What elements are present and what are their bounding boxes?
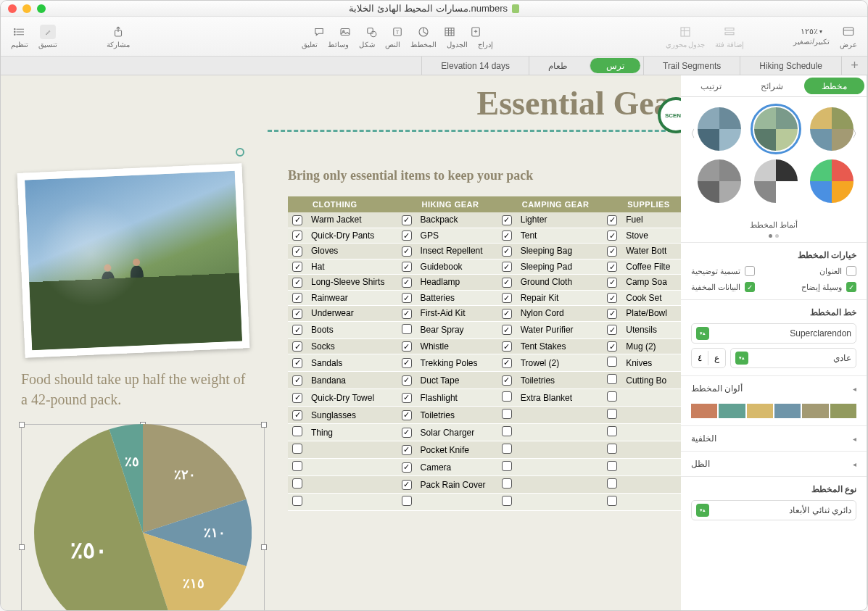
gear-checkbox[interactable] <box>502 293 512 303</box>
sheet-tab-3[interactable]: طعام <box>529 57 587 75</box>
gear-checkbox[interactable] <box>292 375 302 386</box>
gear-cell[interactable] <box>621 459 681 476</box>
gear-cell[interactable]: Tent Stakes <box>516 338 603 354</box>
gear-checkbox[interactable] <box>502 478 512 489</box>
canvas[interactable]: SCENIC Essential Gear Food should take u… <box>1 75 681 610</box>
gear-cell[interactable]: Water Purifier <box>516 321 603 338</box>
gear-checkbox[interactable] <box>502 444 512 454</box>
gear-cell[interactable]: Trekking Poles <box>416 354 497 372</box>
gear-checkbox[interactable] <box>402 341 412 352</box>
gear-cell[interactable]: Guidebook <box>416 259 497 275</box>
gear-cell[interactable] <box>307 441 397 459</box>
gear-checkbox[interactable] <box>607 278 617 288</box>
gear-cell[interactable]: Stove <box>621 228 681 244</box>
gear-cell[interactable] <box>621 424 681 441</box>
gear-checkbox[interactable] <box>502 375 512 386</box>
gear-cell[interactable]: Hat <box>307 259 397 275</box>
gear-checkbox[interactable] <box>402 230 412 241</box>
chart-style-5[interactable] <box>698 159 741 203</box>
gear-checkbox[interactable] <box>402 262 412 272</box>
chart-colors-disclosure[interactable]: ألوان المخطط <box>681 375 867 401</box>
gear-cell[interactable]: Fuel <box>621 212 681 228</box>
gear-cell[interactable]: Repair Kit <box>516 290 603 306</box>
table-button[interactable] <box>442 25 458 39</box>
chart-style-4[interactable] <box>754 159 798 203</box>
gear-checkbox[interactable] <box>502 246 512 257</box>
gear-checkbox[interactable] <box>607 262 617 272</box>
gear-cell[interactable]: Gloves <box>307 244 397 259</box>
gear-cell[interactable]: Whistle <box>416 338 497 354</box>
gear-cell[interactable]: Sunglasses <box>307 407 397 424</box>
background-disclosure[interactable]: الخلفية <box>681 425 867 451</box>
chart-type-select[interactable]: دائري ثنائي الأبعاد▴▾ <box>691 500 856 520</box>
gear-cell[interactable]: Trowel (2) <box>516 354 603 372</box>
gear-table[interactable]: Bring only essential items to keep your … <box>288 168 681 511</box>
palette-chip[interactable] <box>719 404 745 418</box>
gear-checkbox[interactable] <box>292 246 302 257</box>
gear-cell[interactable] <box>516 494 603 511</box>
gear-cell[interactable]: Cutting Bo <box>621 372 681 389</box>
gear-cell[interactable] <box>621 407 681 424</box>
gear-cell[interactable]: Quick-Dry Pants <box>307 228 397 244</box>
gear-checkbox[interactable] <box>292 478 302 489</box>
gear-cell[interactable]: Toiletries <box>416 407 497 424</box>
gear-checkbox[interactable] <box>292 278 302 288</box>
gear-cell[interactable] <box>516 476 603 494</box>
hidden-data-checkbox[interactable] <box>745 282 755 292</box>
title-checkbox[interactable] <box>846 266 856 276</box>
palette-chip[interactable] <box>774 404 801 418</box>
gear-checkbox[interactable] <box>402 410 412 420</box>
gear-checkbox[interactable] <box>292 262 302 272</box>
inspector-tab-chart[interactable]: مخطط <box>804 78 864 94</box>
gear-cell[interactable]: Insect Repellent <box>416 244 497 259</box>
gear-checkbox[interactable] <box>502 426 512 436</box>
gear-cell[interactable]: Long-Sleeve Shirts <box>307 275 397 291</box>
gear-checkbox[interactable] <box>402 358 412 368</box>
gear-checkbox[interactable] <box>402 445 412 455</box>
styles-prev[interactable]: 〈 <box>852 128 862 141</box>
gear-checkbox[interactable] <box>292 410 302 420</box>
chart-style-0[interactable] <box>810 107 853 151</box>
gear-cell[interactable]: Flashlight <box>416 389 497 407</box>
sheet-tab-1[interactable]: Trail Segments <box>643 57 740 75</box>
gear-checkbox[interactable] <box>292 426 302 436</box>
font-size-stepper[interactable]: ع٤ <box>691 348 726 368</box>
palette-chip[interactable] <box>802 404 828 418</box>
font-style-select[interactable]: عادي▴▾ <box>730 348 856 368</box>
gear-checkbox[interactable] <box>502 215 512 225</box>
gear-cell[interactable] <box>621 441 681 459</box>
gear-checkbox[interactable] <box>402 246 412 257</box>
text-button[interactable]: T <box>389 25 405 39</box>
sheet-tab-2[interactable]: ترس <box>590 58 640 73</box>
add-category-button[interactable]: إضافة فئة <box>715 25 744 49</box>
minimize-window[interactable] <box>22 4 31 13</box>
gear-cell[interactable]: Pack Rain Cover <box>416 476 497 494</box>
gear-checkbox[interactable] <box>607 325 617 335</box>
gear-checkbox[interactable] <box>402 496 412 506</box>
gear-cell[interactable]: Sleeping Pad <box>516 259 603 275</box>
gear-cell[interactable]: Duct Tape <box>416 372 497 389</box>
view-button[interactable]: عرض <box>840 25 857 49</box>
gear-cell[interactable]: Warm Jacket <box>307 212 397 228</box>
gear-cell[interactable]: Cook Set <box>621 290 681 306</box>
gear-checkbox[interactable] <box>607 496 617 506</box>
gear-cell[interactable] <box>621 389 681 407</box>
gear-checkbox[interactable] <box>607 230 617 241</box>
gear-checkbox[interactable] <box>502 230 512 241</box>
gear-checkbox[interactable] <box>292 325 302 335</box>
styles-next[interactable]: 〉 <box>685 128 695 141</box>
gear-checkbox[interactable] <box>607 409 617 419</box>
gear-cell[interactable]: Bear Spray <box>416 321 497 338</box>
insert-button[interactable] <box>468 25 484 39</box>
gear-cell[interactable] <box>621 494 681 511</box>
format-button[interactable]: تنسيق <box>38 25 57 49</box>
share-button[interactable]: مشاركة <box>107 25 130 49</box>
media-button[interactable] <box>337 25 353 39</box>
gear-cell[interactable]: Water Bott <box>621 244 681 259</box>
shape-button[interactable] <box>363 25 379 39</box>
gear-cell[interactable]: Mug (2) <box>621 338 681 354</box>
gear-cell[interactable]: Bandana <box>307 372 397 389</box>
gear-checkbox[interactable] <box>402 324 412 334</box>
gear-checkbox[interactable] <box>292 444 302 454</box>
shadow-disclosure[interactable]: الظل <box>681 451 867 476</box>
